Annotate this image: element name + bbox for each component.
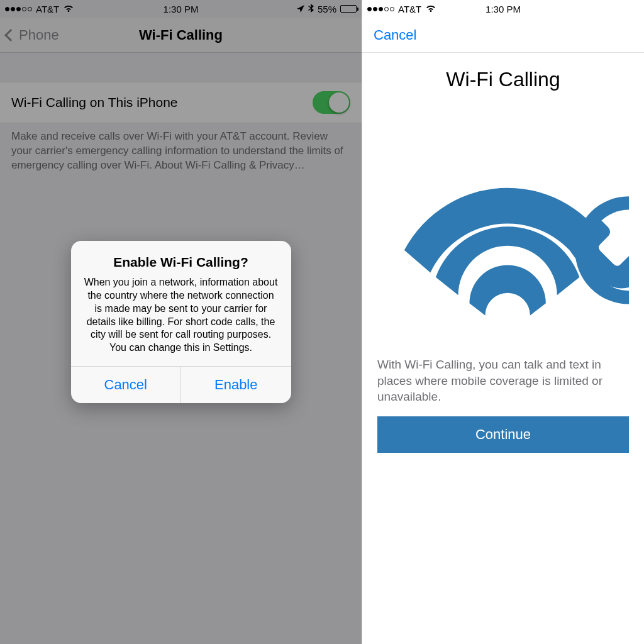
- settings-screen: AT&T 1:30 PM 55% Phone Wi-Fi Calling: [0, 0, 362, 644]
- wifi-icon: [425, 4, 436, 14]
- cancel-button[interactable]: Cancel: [71, 367, 181, 403]
- onboarding-title: Wi-Fi Calling: [377, 68, 629, 91]
- wifi-calling-illustration: [377, 104, 629, 343]
- alert-dialog: Enable Wi-Fi Calling? When you join a ne…: [71, 241, 291, 403]
- carrier-label: AT&T: [398, 4, 421, 14]
- enable-button[interactable]: Enable: [180, 367, 291, 403]
- status-bar: AT&T 1:30 PM: [362, 0, 644, 18]
- clock-label: 1:30 PM: [486, 4, 521, 14]
- alert-message: When you join a network, information abo…: [84, 276, 279, 355]
- continue-button[interactable]: Continue: [377, 416, 629, 453]
- signal-strength-icon: [367, 7, 394, 11]
- modal-overlay: Enable Wi-Fi Calling? When you join a ne…: [0, 0, 362, 644]
- alert-title: Enable Wi-Fi Calling?: [84, 255, 279, 270]
- cancel-button[interactable]: Cancel: [374, 27, 416, 43]
- onboarding-screen: AT&T 1:30 PM Cancel Wi-Fi Calling: [362, 0, 644, 644]
- onboarding-description: With Wi-Fi Calling, you can talk and tex…: [377, 357, 629, 405]
- nav-bar: Cancel: [362, 18, 644, 53]
